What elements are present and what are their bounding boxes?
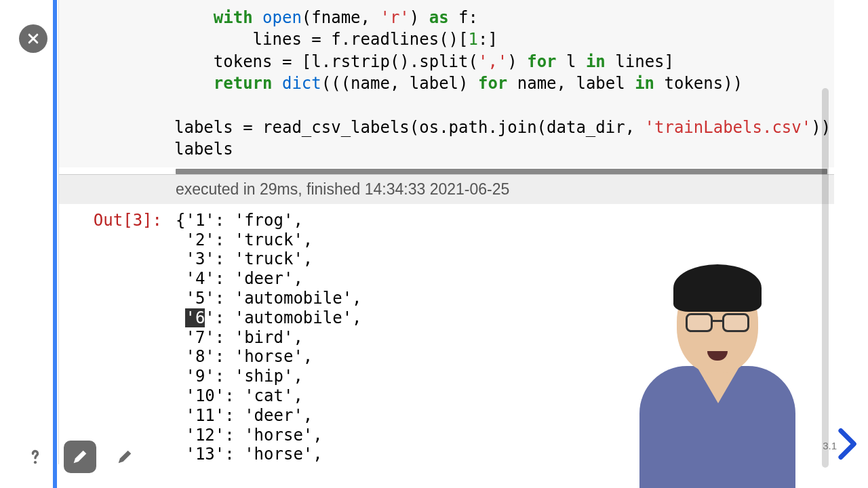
pencil-icon: [71, 447, 90, 466]
cell-selection-bar: [53, 0, 57, 488]
output-content[interactable]: {'1': 'frog', '2': 'truck', '3': 'truck'…: [176, 211, 362, 464]
code-input[interactable]: with open(fname, 'r') as f: lines = f.re…: [59, 0, 834, 167]
next-slide-button[interactable]: [837, 427, 860, 464]
close-icon: [26, 32, 40, 45]
horizontal-scrollbar[interactable]: [176, 169, 827, 174]
annotate-button[interactable]: [108, 441, 141, 473]
chevron-right-icon: [837, 427, 860, 461]
output-prompt: Out[3]:: [59, 211, 176, 464]
close-button[interactable]: [19, 24, 47, 53]
svg-point-0: [34, 461, 37, 464]
presenter-video: [623, 258, 812, 488]
edit-button[interactable]: [64, 441, 96, 473]
question-icon: [26, 447, 45, 466]
page-number: 3.1: [823, 440, 837, 451]
help-button[interactable]: [19, 441, 52, 473]
execution-status: executed in 29ms, finished 14:34:33 2021…: [59, 174, 834, 204]
vertical-scrollbar-track[interactable]: [822, 88, 829, 468]
pencil-outline-icon: [115, 447, 134, 466]
